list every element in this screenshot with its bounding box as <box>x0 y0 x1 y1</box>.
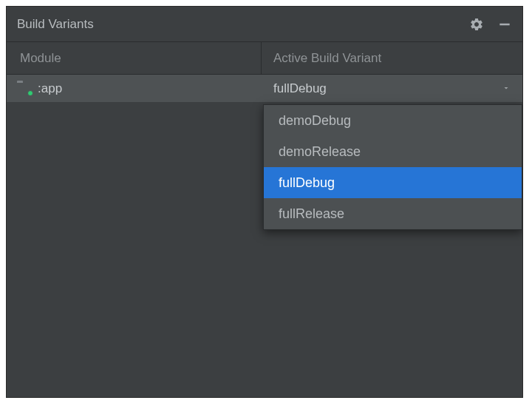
dropdown-item-fullRelease[interactable]: fullRelease <box>264 198 522 229</box>
variant-dropdown-cell[interactable]: fullDebug <box>262 75 522 102</box>
chevron-down-icon <box>502 81 511 96</box>
module-name: :app <box>38 81 62 96</box>
module-cell[interactable]: :app <box>7 75 262 102</box>
dropdown-item-demoDebug[interactable]: demoDebug <box>264 105 522 136</box>
table-header: Module Active Build Variant <box>7 42 522 75</box>
dropdown-item-label: demoRelease <box>279 144 361 160</box>
minimize-icon[interactable] <box>497 17 512 32</box>
variant-dropdown-menu: demoDebug demoRelease fullDebug fullRele… <box>263 104 522 230</box>
table-body: :app fullDebug demoDebug demoRelease ful… <box>7 75 522 397</box>
dropdown-item-label: fullDebug <box>279 175 335 191</box>
dropdown-item-demoRelease[interactable]: demoRelease <box>264 136 522 167</box>
dropdown-item-fullDebug[interactable]: fullDebug <box>264 167 522 198</box>
panel-title: Build Variants <box>17 17 469 32</box>
panel-header: Build Variants <box>7 7 522 42</box>
module-folder-icon <box>17 83 32 95</box>
dropdown-item-label: fullRelease <box>279 206 344 222</box>
build-variants-panel: Build Variants Module Active Build Varia… <box>6 6 523 398</box>
selected-variant: fullDebug <box>273 81 327 96</box>
gear-icon[interactable] <box>469 17 484 32</box>
column-header-variant: Active Build Variant <box>262 42 522 74</box>
table-row: :app fullDebug <box>7 75 522 103</box>
dropdown-item-label: demoDebug <box>279 113 351 129</box>
panel-header-actions <box>469 17 512 32</box>
column-header-module: Module <box>7 42 262 74</box>
